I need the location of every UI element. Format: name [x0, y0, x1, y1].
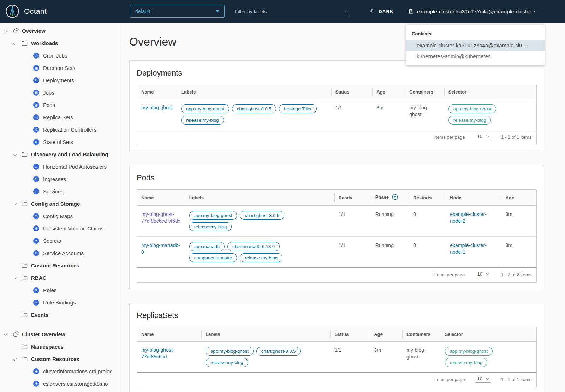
cell-labels: app:mariadbchart:mariadb-6.13.0component… — [185, 237, 334, 268]
sidebar-item-roles[interactable]: ⊚Roles — [0, 284, 120, 296]
sidebar-item-cron-jobs[interactable]: ◷Cron Jobs — [0, 49, 120, 62]
service-accounts-icon: ⊙ — [33, 250, 39, 256]
sidebar-item-service-accounts[interactable]: ⊙Service Accounts — [0, 247, 120, 259]
label-badge: app:my-blog-ghost — [445, 347, 493, 356]
theme-toggle[interactable]: ☾ DARK — [370, 0, 394, 23]
sidebar-item-label: Role Bindings — [43, 300, 76, 306]
sidebar-item-config-maps[interactable]: ≡Config Maps — [0, 210, 120, 222]
sidebar-item-label: Service Accounts — [43, 250, 84, 256]
resource-link[interactable]: my-blog-mariadb-0 — [141, 242, 180, 255]
cell-name: my-blog-mariadb-0 — [137, 237, 185, 268]
sidebar-item-overview[interactable]: Overview — [0, 25, 120, 37]
context-menu-item[interactable]: example-cluster-ka3TuTzYo4a@example-clu… — [406, 40, 545, 51]
filter-icon[interactable] — [392, 194, 398, 201]
replication-controllers-icon: ↺ — [33, 127, 39, 133]
sidebar-item-secrets[interactable]: ✶Secrets — [0, 235, 120, 247]
page-size-select[interactable]: 10 — [476, 134, 490, 140]
deployments-icon: ↻ — [33, 77, 39, 83]
cell-value: Running — [375, 211, 394, 217]
resource-link[interactable]: example-cluster-node-2 — [450, 211, 486, 224]
clusterinformations-crd-projec-icon: ✚ — [33, 368, 39, 374]
cron-jobs-icon: ◷ — [33, 53, 39, 59]
deployments-card: DeploymentsNameLabelsStatusAgeContainers… — [129, 60, 544, 152]
sidebar-item-label: Custom Resources — [31, 263, 79, 269]
column-header-label: Selector — [445, 332, 463, 337]
sidebar-item-replication-controllers[interactable]: ↺Replication Controllers — [0, 123, 120, 136]
sidebar-item-label: Secrets — [43, 238, 61, 244]
sidebar-item-csidrivers-csi-storage-k8s-io[interactable]: ✚csidrivers.csi.storage.k8s.io — [0, 378, 120, 390]
sidebar-item-events[interactable]: Events — [0, 309, 120, 321]
sidebar-item-cluster-overview[interactable]: Cluster Overview — [0, 328, 120, 340]
items-per-page-label: Items per page — [434, 377, 465, 382]
column-header-label: Restarts — [413, 195, 432, 200]
column-header-label: Labels — [181, 89, 196, 95]
sidebar-item-ingresses[interactable]: ⇆Ingresses — [0, 173, 120, 185]
sidebar-item-horizontal-pod-autoscalers[interactable]: ↔Horizontal Pod Autoscalers — [0, 161, 120, 173]
sidebar-item-label: Services — [43, 188, 64, 194]
resource-link[interactable]: my-blog-ghost-77df85c6cd — [141, 347, 174, 360]
resource-link[interactable]: my-blog-ghost — [141, 105, 173, 110]
sidebar-item-label: Persistent Volume Claims — [43, 225, 103, 231]
label-badge: app:my-blog-ghost — [181, 104, 229, 113]
sidebar-item-custom-resources[interactable]: Custom Resources — [0, 353, 120, 365]
context-switcher[interactable]: example-cluster-ka3TuTzYo4a@example-clus… — [408, 0, 536, 23]
context-menu-item[interactable]: kubernetes-admin@kubernetes — [406, 51, 545, 62]
sidebar-item-persistent-volume-claims[interactable]: ⊖Persistent Volume Claims — [0, 222, 120, 235]
roles-icon: ⊚ — [33, 287, 39, 293]
sidebar-item-namespaces[interactable]: Namespaces — [0, 340, 120, 353]
main-content: Overview DeploymentsNameLabelsStatusAgeC… — [120, 23, 565, 392]
sidebar-item-replica-sets[interactable]: ◫Replica Sets — [0, 111, 120, 123]
resource-link[interactable]: example-cluster-node-1 — [450, 242, 486, 255]
folder-icon — [21, 40, 30, 47]
sidebar-item-daemon-sets[interactable]: ▣Daemon Sets — [0, 62, 120, 74]
pagination-range: 1 - 2 of 2 items — [501, 272, 531, 277]
sidebar-item-config-and-storage[interactable]: Config and Storage — [0, 198, 120, 210]
sidebar-item-deployments[interactable]: ↻Deployments — [0, 74, 120, 86]
contexts-menu-items: example-cluster-ka3TuTzYo4a@example-clu…… — [406, 40, 545, 62]
sidebar-item-label: Discovery and Load Balancing — [31, 151, 108, 157]
namespace-select[interactable]: default — [130, 5, 225, 18]
sidebar-item-label: Cron Jobs — [43, 53, 67, 59]
label-badge: release:my-blog — [189, 222, 232, 231]
cell-name: example-cluster-node-2 — [446, 206, 501, 237]
sidebar-item-services[interactable]: ∴Services — [0, 185, 120, 198]
sidebar-item-custom-resources[interactable]: Custom Resources — [0, 259, 120, 272]
cell-value: 1/1 — [334, 347, 341, 353]
sidebar-item-stateful-sets[interactable]: ≣Stateful Sets — [0, 136, 120, 148]
page-size-select[interactable]: 10 — [476, 376, 490, 383]
sidebar-item-label: Ingresses — [43, 176, 66, 182]
csidrivers-csi-storage-k8s-io-icon: ✚ — [33, 381, 39, 387]
column-header-label: Name — [141, 195, 154, 200]
cards-container: DeploymentsNameLabelsStatusAgeContainers… — [129, 60, 544, 392]
card-title: Deployments — [137, 68, 537, 78]
sidebar-item-jobs[interactable]: ▦Jobs — [0, 86, 120, 99]
cell-name: my-blog-ghost-77df85c6cd — [137, 342, 201, 373]
sidebar-item-role-bindings[interactable]: ∞Role Bindings — [0, 296, 120, 309]
column-header-status: Status — [330, 327, 370, 342]
label-filter-input[interactable]: Filter by labels — [234, 6, 350, 17]
sidebar-item-clusterinformations-crd-projec[interactable]: ✚clusterinformations.crd.projec — [0, 365, 120, 378]
table-row: my-blog-mariadb-0app:mariadbchart:mariad… — [137, 237, 536, 268]
cell-value: 1/1 — [339, 211, 345, 217]
label-badge: chart:mariadb-6.13.0 — [227, 242, 280, 251]
label-badge: release:my-blog — [240, 253, 282, 262]
cell-text: 1/1 — [334, 206, 371, 237]
table-row: my-blog-ghost-77df85c6cdapp:my-blog-ghos… — [137, 342, 536, 373]
column-header-name: Name — [137, 327, 201, 342]
sidebar-item-discovery-and-load-balancing[interactable]: Discovery and Load Balancing — [0, 148, 120, 161]
pods-card: PodsNameLabelsReadyPhaseRestartsNodeAgem… — [129, 165, 544, 290]
page-size-select[interactable]: 10 — [476, 271, 490, 278]
column-header-label: Name — [141, 332, 154, 337]
sidebar-item-workloads[interactable]: Workloads — [0, 37, 120, 49]
chevron-down-icon — [13, 201, 17, 205]
octant-logo-icon — [6, 5, 19, 18]
sidebar-item-rbac[interactable]: RBAC — [0, 272, 120, 284]
folder-icon — [21, 262, 30, 269]
sidebar-item-pods[interactable]: ◉Pods — [0, 99, 120, 111]
cell-text: 0 — [409, 237, 446, 268]
resource-link[interactable]: my-blog-ghost-77df85c6cd-vf6dx — [141, 211, 180, 224]
sidebar-nav: OverviewWorkloads◷Cron Jobs▣Daemon Sets↻… — [0, 25, 120, 390]
column-header-labels: Labels — [185, 190, 334, 206]
column-header-selector: Selector — [441, 327, 536, 342]
label-badge: app:my-blog-ghost — [206, 347, 254, 356]
